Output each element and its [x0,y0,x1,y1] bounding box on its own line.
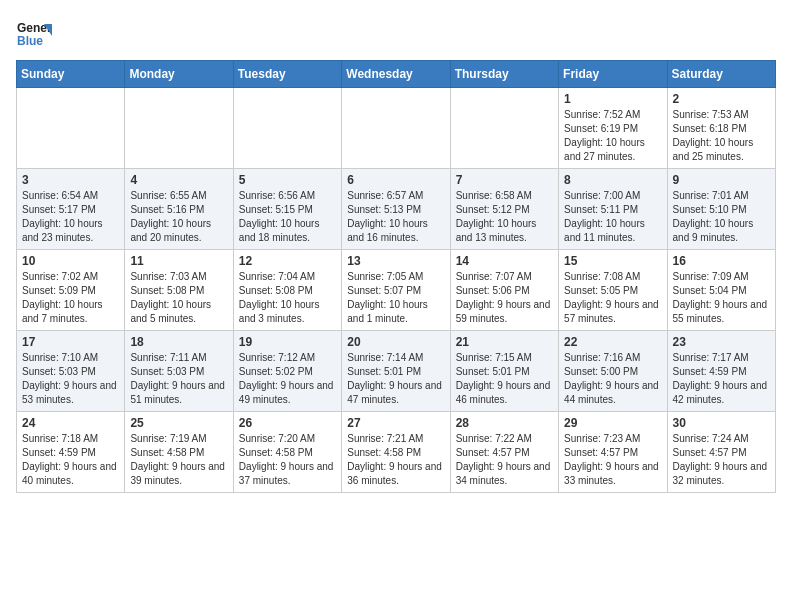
day-number: 18 [130,335,227,349]
day-info: Sunrise: 6:54 AM Sunset: 5:17 PM Dayligh… [22,189,119,245]
day-info: Sunrise: 7:11 AM Sunset: 5:03 PM Dayligh… [130,351,227,407]
day-number: 10 [22,254,119,268]
calendar-cell [342,88,450,169]
day-number: 3 [22,173,119,187]
calendar-cell [17,88,125,169]
calendar-cell: 28Sunrise: 7:22 AM Sunset: 4:57 PM Dayli… [450,412,558,493]
logo-icon: General Blue [16,16,52,52]
day-number: 6 [347,173,444,187]
day-info: Sunrise: 6:56 AM Sunset: 5:15 PM Dayligh… [239,189,336,245]
calendar-cell: 11Sunrise: 7:03 AM Sunset: 5:08 PM Dayli… [125,250,233,331]
day-header-sunday: Sunday [17,61,125,88]
day-number: 21 [456,335,553,349]
calendar-cell: 17Sunrise: 7:10 AM Sunset: 5:03 PM Dayli… [17,331,125,412]
day-info: Sunrise: 7:09 AM Sunset: 5:04 PM Dayligh… [673,270,770,326]
calendar-cell [125,88,233,169]
day-number: 23 [673,335,770,349]
calendar-cell: 4Sunrise: 6:55 AM Sunset: 5:16 PM Daylig… [125,169,233,250]
calendar-week-row: 24Sunrise: 7:18 AM Sunset: 4:59 PM Dayli… [17,412,776,493]
day-number: 1 [564,92,661,106]
calendar-cell: 1Sunrise: 7:52 AM Sunset: 6:19 PM Daylig… [559,88,667,169]
calendar-table: SundayMondayTuesdayWednesdayThursdayFrid… [16,60,776,493]
calendar-cell: 20Sunrise: 7:14 AM Sunset: 5:01 PM Dayli… [342,331,450,412]
calendar-cell: 6Sunrise: 6:57 AM Sunset: 5:13 PM Daylig… [342,169,450,250]
day-number: 5 [239,173,336,187]
day-info: Sunrise: 7:02 AM Sunset: 5:09 PM Dayligh… [22,270,119,326]
calendar-cell [233,88,341,169]
logo: General Blue [16,16,56,52]
calendar-cell: 5Sunrise: 6:56 AM Sunset: 5:15 PM Daylig… [233,169,341,250]
day-number: 2 [673,92,770,106]
day-header-tuesday: Tuesday [233,61,341,88]
day-number: 17 [22,335,119,349]
day-number: 19 [239,335,336,349]
calendar-week-row: 10Sunrise: 7:02 AM Sunset: 5:09 PM Dayli… [17,250,776,331]
day-number: 11 [130,254,227,268]
day-info: Sunrise: 7:07 AM Sunset: 5:06 PM Dayligh… [456,270,553,326]
day-info: Sunrise: 7:19 AM Sunset: 4:58 PM Dayligh… [130,432,227,488]
day-info: Sunrise: 7:21 AM Sunset: 4:58 PM Dayligh… [347,432,444,488]
calendar-week-row: 1Sunrise: 7:52 AM Sunset: 6:19 PM Daylig… [17,88,776,169]
day-info: Sunrise: 7:00 AM Sunset: 5:11 PM Dayligh… [564,189,661,245]
day-info: Sunrise: 7:10 AM Sunset: 5:03 PM Dayligh… [22,351,119,407]
day-info: Sunrise: 6:57 AM Sunset: 5:13 PM Dayligh… [347,189,444,245]
calendar-cell: 10Sunrise: 7:02 AM Sunset: 5:09 PM Dayli… [17,250,125,331]
calendar-cell: 23Sunrise: 7:17 AM Sunset: 4:59 PM Dayli… [667,331,775,412]
calendar-cell: 22Sunrise: 7:16 AM Sunset: 5:00 PM Dayli… [559,331,667,412]
day-number: 16 [673,254,770,268]
day-header-friday: Friday [559,61,667,88]
day-number: 8 [564,173,661,187]
day-number: 9 [673,173,770,187]
day-number: 25 [130,416,227,430]
day-number: 13 [347,254,444,268]
day-info: Sunrise: 7:04 AM Sunset: 5:08 PM Dayligh… [239,270,336,326]
day-info: Sunrise: 7:23 AM Sunset: 4:57 PM Dayligh… [564,432,661,488]
calendar-cell: 18Sunrise: 7:11 AM Sunset: 5:03 PM Dayli… [125,331,233,412]
day-info: Sunrise: 7:05 AM Sunset: 5:07 PM Dayligh… [347,270,444,326]
day-info: Sunrise: 7:52 AM Sunset: 6:19 PM Dayligh… [564,108,661,164]
day-number: 26 [239,416,336,430]
day-number: 7 [456,173,553,187]
day-info: Sunrise: 7:53 AM Sunset: 6:18 PM Dayligh… [673,108,770,164]
calendar-cell: 9Sunrise: 7:01 AM Sunset: 5:10 PM Daylig… [667,169,775,250]
calendar-cell [450,88,558,169]
day-number: 28 [456,416,553,430]
day-header-monday: Monday [125,61,233,88]
day-info: Sunrise: 7:12 AM Sunset: 5:02 PM Dayligh… [239,351,336,407]
page-header: General Blue [16,16,776,52]
calendar-cell: 25Sunrise: 7:19 AM Sunset: 4:58 PM Dayli… [125,412,233,493]
day-info: Sunrise: 7:03 AM Sunset: 5:08 PM Dayligh… [130,270,227,326]
calendar-cell: 27Sunrise: 7:21 AM Sunset: 4:58 PM Dayli… [342,412,450,493]
day-header-wednesday: Wednesday [342,61,450,88]
day-info: Sunrise: 7:14 AM Sunset: 5:01 PM Dayligh… [347,351,444,407]
calendar-cell: 12Sunrise: 7:04 AM Sunset: 5:08 PM Dayli… [233,250,341,331]
day-number: 20 [347,335,444,349]
day-header-thursday: Thursday [450,61,558,88]
day-number: 12 [239,254,336,268]
day-info: Sunrise: 7:08 AM Sunset: 5:05 PM Dayligh… [564,270,661,326]
day-info: Sunrise: 6:58 AM Sunset: 5:12 PM Dayligh… [456,189,553,245]
calendar-cell: 29Sunrise: 7:23 AM Sunset: 4:57 PM Dayli… [559,412,667,493]
day-header-saturday: Saturday [667,61,775,88]
day-number: 30 [673,416,770,430]
day-number: 4 [130,173,227,187]
calendar-cell: 30Sunrise: 7:24 AM Sunset: 4:57 PM Dayli… [667,412,775,493]
day-info: Sunrise: 7:16 AM Sunset: 5:00 PM Dayligh… [564,351,661,407]
day-info: Sunrise: 7:18 AM Sunset: 4:59 PM Dayligh… [22,432,119,488]
day-info: Sunrise: 7:15 AM Sunset: 5:01 PM Dayligh… [456,351,553,407]
svg-text:Blue: Blue [17,34,43,48]
calendar-week-row: 3Sunrise: 6:54 AM Sunset: 5:17 PM Daylig… [17,169,776,250]
day-number: 29 [564,416,661,430]
day-number: 24 [22,416,119,430]
day-info: Sunrise: 7:24 AM Sunset: 4:57 PM Dayligh… [673,432,770,488]
calendar-cell: 3Sunrise: 6:54 AM Sunset: 5:17 PM Daylig… [17,169,125,250]
day-number: 15 [564,254,661,268]
calendar-cell: 26Sunrise: 7:20 AM Sunset: 4:58 PM Dayli… [233,412,341,493]
calendar-cell: 21Sunrise: 7:15 AM Sunset: 5:01 PM Dayli… [450,331,558,412]
calendar-cell: 16Sunrise: 7:09 AM Sunset: 5:04 PM Dayli… [667,250,775,331]
calendar-week-row: 17Sunrise: 7:10 AM Sunset: 5:03 PM Dayli… [17,331,776,412]
calendar-cell: 19Sunrise: 7:12 AM Sunset: 5:02 PM Dayli… [233,331,341,412]
calendar-cell: 24Sunrise: 7:18 AM Sunset: 4:59 PM Dayli… [17,412,125,493]
day-number: 14 [456,254,553,268]
calendar-cell: 7Sunrise: 6:58 AM Sunset: 5:12 PM Daylig… [450,169,558,250]
